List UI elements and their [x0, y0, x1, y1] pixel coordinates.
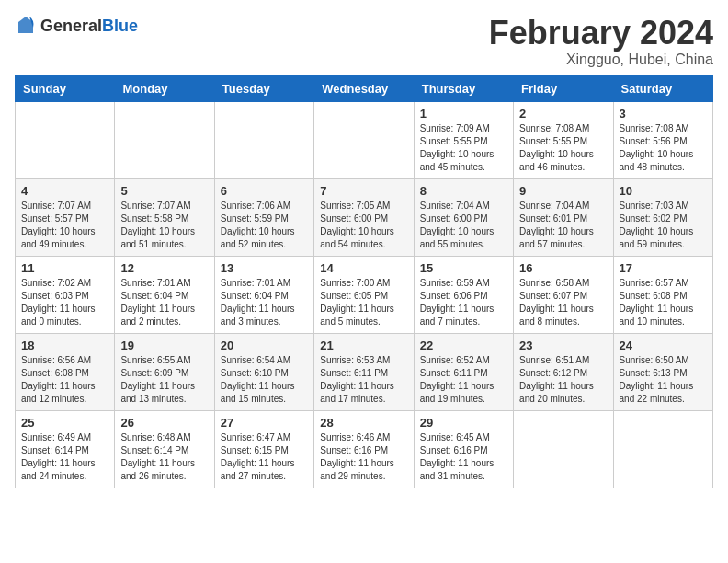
title-section: February 2024 Xingguo, Hubei, China: [489, 15, 713, 68]
day-info: Sunrise: 7:03 AM Sunset: 6:02 PM Dayligh…: [620, 200, 707, 251]
day-info: Sunrise: 6:57 AM Sunset: 6:08 PM Dayligh…: [620, 277, 707, 328]
day-info: Sunrise: 7:07 AM Sunset: 5:57 PM Dayligh…: [21, 200, 108, 251]
calendar-cell: 19Sunrise: 6:55 AM Sunset: 6:09 PM Dayli…: [115, 333, 214, 410]
calendar-cell: 16Sunrise: 6:58 AM Sunset: 6:07 PM Dayli…: [514, 256, 613, 333]
day-number: 14: [320, 261, 407, 275]
calendar-cell: 22Sunrise: 6:52 AM Sunset: 6:11 PM Dayli…: [414, 333, 513, 410]
calendar-header-sunday: Sunday: [16, 75, 115, 101]
day-number: 28: [320, 416, 407, 430]
day-info: Sunrise: 7:09 AM Sunset: 5:55 PM Dayligh…: [420, 122, 507, 174]
day-number: 19: [120, 339, 208, 352]
calendar-week-1: 4Sunrise: 7:07 AM Sunset: 5:57 PM Daylig…: [16, 178, 713, 256]
calendar-cell: 5Sunrise: 7:07 AM Sunset: 5:58 PM Daylig…: [115, 178, 214, 256]
calendar-cell: 9Sunrise: 7:04 AM Sunset: 6:01 PM Daylig…: [514, 178, 613, 256]
subtitle: Xingguo, Hubei, China: [489, 52, 713, 68]
calendar-cell: [214, 101, 313, 178]
day-info: Sunrise: 7:02 AM Sunset: 6:03 PM Dayligh…: [21, 277, 108, 328]
calendar-cell: 8Sunrise: 7:04 AM Sunset: 6:00 PM Daylig…: [414, 178, 513, 256]
calendar-week-2: 11Sunrise: 7:02 AM Sunset: 6:03 PM Dayli…: [16, 256, 713, 333]
calendar-header-friday: Friday: [514, 75, 613, 101]
day-number: 23: [519, 339, 607, 352]
day-number: 25: [21, 416, 108, 430]
day-info: Sunrise: 6:46 AM Sunset: 6:16 PM Dayligh…: [320, 431, 407, 483]
calendar-table: SundayMondayTuesdayWednesdayThursdayFrid…: [15, 75, 713, 488]
day-number: 27: [221, 416, 308, 430]
day-info: Sunrise: 7:07 AM Sunset: 5:58 PM Dayligh…: [120, 200, 208, 251]
day-number: 17: [620, 261, 707, 275]
day-number: 21: [320, 339, 407, 352]
day-info: Sunrise: 6:45 AM Sunset: 6:16 PM Dayligh…: [420, 431, 507, 483]
calendar-cell: [613, 410, 712, 488]
calendar-cell: 2Sunrise: 7:08 AM Sunset: 5:55 PM Daylig…: [514, 101, 613, 178]
day-info: Sunrise: 6:48 AM Sunset: 6:14 PM Dayligh…: [120, 431, 208, 483]
logo-text-general: General: [40, 17, 102, 35]
day-info: Sunrise: 6:52 AM Sunset: 6:11 PM Dayligh…: [420, 354, 507, 406]
day-number: 7: [320, 184, 407, 198]
calendar-cell: 28Sunrise: 6:46 AM Sunset: 6:16 PM Dayli…: [314, 410, 414, 488]
day-info: Sunrise: 6:47 AM Sunset: 6:15 PM Dayligh…: [221, 431, 308, 483]
calendar-header-monday: Monday: [115, 75, 214, 101]
day-info: Sunrise: 7:01 AM Sunset: 6:04 PM Dayligh…: [221, 277, 308, 328]
calendar-cell: 20Sunrise: 6:54 AM Sunset: 6:10 PM Dayli…: [214, 333, 313, 410]
day-info: Sunrise: 6:53 AM Sunset: 6:11 PM Dayligh…: [320, 354, 407, 406]
calendar-cell: 6Sunrise: 7:06 AM Sunset: 5:59 PM Daylig…: [214, 178, 313, 256]
calendar-cell: 25Sunrise: 6:49 AM Sunset: 6:14 PM Dayli…: [16, 410, 115, 488]
day-number: 11: [21, 261, 108, 275]
header: GeneralBlue February 2024 Xingguo, Hubei…: [15, 15, 713, 68]
calendar-cell: 10Sunrise: 7:03 AM Sunset: 6:02 PM Dayli…: [613, 178, 712, 256]
day-info: Sunrise: 6:56 AM Sunset: 6:08 PM Dayligh…: [21, 354, 108, 406]
calendar-header-row: SundayMondayTuesdayWednesdayThursdayFrid…: [16, 75, 713, 101]
calendar-header-tuesday: Tuesday: [214, 75, 313, 101]
day-info: Sunrise: 7:05 AM Sunset: 6:00 PM Dayligh…: [320, 200, 407, 251]
calendar-cell: [115, 101, 214, 178]
day-number: 20: [221, 339, 308, 352]
day-number: 12: [120, 261, 208, 275]
day-number: 18: [21, 339, 108, 352]
calendar-header-thursday: Thursday: [414, 75, 513, 101]
calendar-header-wednesday: Wednesday: [314, 75, 414, 101]
calendar-cell: 13Sunrise: 7:01 AM Sunset: 6:04 PM Dayli…: [214, 256, 313, 333]
calendar-header-saturday: Saturday: [613, 75, 712, 101]
logo-text-blue: Blue: [102, 17, 138, 35]
day-info: Sunrise: 6:50 AM Sunset: 6:13 PM Dayligh…: [620, 354, 707, 406]
calendar-cell: 26Sunrise: 6:48 AM Sunset: 6:14 PM Dayli…: [115, 410, 214, 488]
logo: GeneralBlue: [15, 15, 138, 37]
day-number: 10: [620, 184, 707, 198]
day-info: Sunrise: 6:54 AM Sunset: 6:10 PM Dayligh…: [221, 354, 308, 406]
calendar-cell: 15Sunrise: 6:59 AM Sunset: 6:06 PM Dayli…: [414, 256, 513, 333]
calendar-cell: 11Sunrise: 7:02 AM Sunset: 6:03 PM Dayli…: [16, 256, 115, 333]
main-title: February 2024: [489, 15, 713, 52]
calendar-cell: 23Sunrise: 6:51 AM Sunset: 6:12 PM Dayli…: [514, 333, 613, 410]
day-info: Sunrise: 6:59 AM Sunset: 6:06 PM Dayligh…: [420, 277, 507, 328]
day-info: Sunrise: 7:00 AM Sunset: 6:05 PM Dayligh…: [320, 277, 407, 328]
day-number: 26: [120, 416, 208, 430]
day-number: 24: [620, 339, 707, 352]
day-number: 1: [420, 107, 507, 121]
calendar-cell: 29Sunrise: 6:45 AM Sunset: 6:16 PM Dayli…: [414, 410, 513, 488]
day-number: 8: [420, 184, 507, 198]
day-info: Sunrise: 7:04 AM Sunset: 6:00 PM Dayligh…: [420, 200, 507, 251]
day-number: 22: [420, 339, 507, 352]
calendar-cell: 7Sunrise: 7:05 AM Sunset: 6:00 PM Daylig…: [314, 178, 414, 256]
calendar-cell: 27Sunrise: 6:47 AM Sunset: 6:15 PM Dayli…: [214, 410, 313, 488]
day-info: Sunrise: 7:01 AM Sunset: 6:04 PM Dayligh…: [120, 277, 208, 328]
calendar-cell: [314, 101, 414, 178]
day-number: 5: [120, 184, 208, 198]
day-number: 13: [221, 261, 308, 275]
day-info: Sunrise: 7:04 AM Sunset: 6:01 PM Dayligh…: [519, 200, 607, 251]
calendar-week-3: 18Sunrise: 6:56 AM Sunset: 6:08 PM Dayli…: [16, 333, 713, 410]
day-info: Sunrise: 7:06 AM Sunset: 5:59 PM Dayligh…: [221, 200, 308, 251]
calendar-cell: 18Sunrise: 6:56 AM Sunset: 6:08 PM Dayli…: [16, 333, 115, 410]
day-number: 6: [221, 184, 308, 198]
calendar-week-0: 1Sunrise: 7:09 AM Sunset: 5:55 PM Daylig…: [16, 101, 713, 178]
day-number: 15: [420, 261, 507, 275]
day-number: 16: [519, 261, 607, 275]
day-info: Sunrise: 6:55 AM Sunset: 6:09 PM Dayligh…: [120, 354, 208, 406]
calendar-cell: [16, 101, 115, 178]
calendar-cell: [514, 410, 613, 488]
calendar-cell: 1Sunrise: 7:09 AM Sunset: 5:55 PM Daylig…: [414, 101, 513, 178]
day-number: 29: [420, 416, 507, 430]
calendar-cell: 14Sunrise: 7:00 AM Sunset: 6:05 PM Dayli…: [314, 256, 414, 333]
day-number: 9: [519, 184, 607, 198]
calendar-cell: 4Sunrise: 7:07 AM Sunset: 5:57 PM Daylig…: [16, 178, 115, 256]
